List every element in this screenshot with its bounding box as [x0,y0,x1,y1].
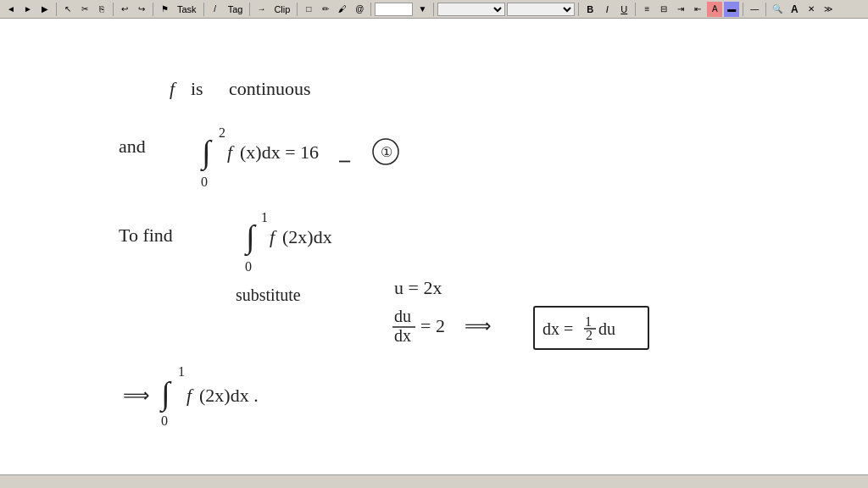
svg-text:du: du [598,319,615,338]
svg-text:f: f [270,226,277,247]
writing-canvas[interactable]: f is continuous and ∫ 2 0 f (x)dx = 16 ⎯… [0,19,868,488]
svg-text:f: f [170,78,177,99]
sep6 [297,3,298,16]
redo-button[interactable]: ↪ [134,2,149,17]
svg-text:u = 2x: u = 2x [394,277,442,298]
svg-text:(2x)dx: (2x)dx [282,226,332,247]
svg-text:f: f [186,385,194,406]
task-button[interactable]: Task [174,2,200,17]
cursor-button[interactable]: ↖ [60,2,75,17]
sep12 [765,3,766,16]
font-a-button[interactable]: A [787,2,802,17]
svg-text:1: 1 [261,210,268,225]
svg-text:∫: ∫ [244,219,257,257]
pen-icon: ✏ [318,2,333,17]
svg-text:2: 2 [219,125,225,140]
sep1 [56,3,57,16]
svg-text:(x)dx = 16: (x)dx = 16 [240,141,319,163]
toolbar: ◄ ► ▶ ↖ ✂ ⎘ ↩ ↪ ⚑ Task / Tag → Clip □ ✏ … [0,0,868,19]
bottom-scrollbar[interactable] [0,474,868,488]
svg-text:is: is [191,78,203,99]
svg-text:(2x)dx  .: (2x)dx . [199,385,259,406]
svg-text:1: 1 [585,314,592,329]
sep8 [433,3,434,16]
sep2 [113,3,114,16]
tag-button[interactable]: Tag [225,2,247,17]
svg-text:0: 0 [245,259,252,274]
forward-button[interactable]: ► [20,2,36,17]
math-svg: f is continuous and ∫ 2 0 f (x)dx = 16 ⎯… [0,19,868,488]
svg-text:1: 1 [178,364,185,379]
sep3 [153,3,153,16]
font-style-select[interactable] [437,3,505,16]
clip-button[interactable]: Clip [270,2,293,17]
undo-button[interactable]: ↩ [117,2,132,17]
svg-text:⎯: ⎯ [339,141,351,163]
color2-button[interactable]: ▬ [724,2,739,17]
sep4 [203,3,204,16]
copy-button[interactable]: ⎘ [94,2,109,17]
svg-text:0: 0 [161,413,168,428]
web-icon: @ [352,2,367,17]
main-canvas: f is continuous and ∫ 2 0 f (x)dx = 16 ⎯… [0,19,868,488]
svg-text:dx =: dx = [542,319,573,338]
back-button[interactable]: ◄ [3,2,19,17]
font-size-select[interactable] [507,3,575,16]
italic-button[interactable]: I [599,2,615,17]
sep5 [249,3,250,16]
close-button[interactable]: ✕ [804,2,819,17]
svg-text:To  find: To find [119,225,173,246]
svg-text:= 2: = 2 [420,315,445,336]
svg-text:∫: ∫ [159,375,172,413]
svg-text:⟹: ⟹ [123,385,150,406]
underline-button[interactable]: U [616,2,632,17]
svg-text:continuous: continuous [229,78,311,99]
search-icon[interactable]: 🔍 [770,2,785,17]
svg-text:①: ① [381,145,392,159]
bold-button[interactable]: B [582,2,598,17]
svg-text:∫: ∫ [200,134,213,172]
color1-button[interactable]: A [707,2,722,17]
tag-icon: / [208,2,223,17]
svg-text:and: and [119,136,146,157]
more-button[interactable]: ≫ [821,2,836,17]
zoom-control: 100% ▼ [375,2,430,17]
list-button[interactable]: ≡ [639,2,654,17]
sep7 [370,3,371,16]
zoom-dropdown[interactable]: ▼ [415,2,430,17]
play-button[interactable]: ▶ [37,2,53,17]
paint-icon: 🖌 [335,2,350,17]
sep9 [578,3,579,16]
sep11 [743,3,743,16]
svg-text:0: 0 [201,175,208,189]
cut-button[interactable]: ✂ [77,2,92,17]
outdent-button[interactable]: ⇤ [690,2,705,17]
svg-text:⟹: ⟹ [465,315,492,336]
zoom-input[interactable]: 100% [375,3,413,16]
svg-text:substitute: substitute [236,286,301,304]
list2-button[interactable]: ⊟ [656,2,671,17]
svg-text:du: du [394,307,411,325]
svg-text:2: 2 [586,328,593,342]
sep10 [635,3,636,16]
line-button[interactable]: — [747,2,762,17]
svg-text:f: f [227,141,235,163]
arrow-icon: → [253,2,269,17]
indent-button[interactable]: ⇥ [673,2,688,17]
page-icon: □ [301,2,316,17]
flag-icon: ⚑ [157,2,172,17]
svg-text:dx: dx [394,326,411,345]
